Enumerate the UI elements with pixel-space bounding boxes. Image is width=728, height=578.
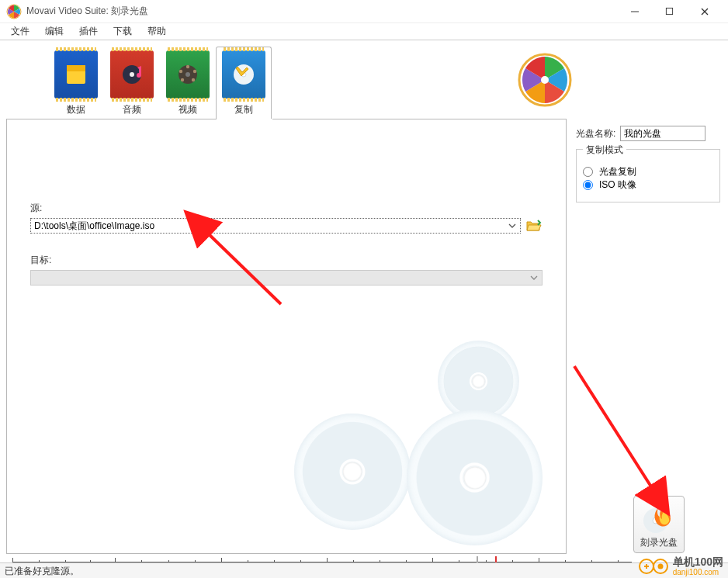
window-title: Movavi Video Suite: 刻录光盘 <box>26 5 617 18</box>
copy-mode-title: 复制模式 <box>583 144 626 157</box>
tab-data-label: 数据 <box>67 103 85 116</box>
svg-point-12 <box>193 70 196 73</box>
svg-point-19 <box>541 76 549 84</box>
svg-point-13 <box>192 78 195 81</box>
minimize-button[interactable] <box>617 1 652 22</box>
browse-button[interactable] <box>525 218 543 234</box>
svg-rect-2 <box>666 8 672 14</box>
tab-copy-label: 复制 <box>234 103 253 116</box>
radio-iso-label: ISO 映像 <box>599 178 636 192</box>
folder-open-icon <box>526 219 542 233</box>
status-text: 已准备好克隆源。 <box>5 566 79 576</box>
svg-point-8 <box>130 72 134 77</box>
svg-point-28 <box>657 563 663 569</box>
status-bar: 已准备好克隆源。 <box>0 562 728 578</box>
radio-iso-image[interactable]: ISO 映像 <box>583 176 713 194</box>
burn-disc-icon <box>642 500 676 535</box>
main-panel: 源: D:\tools\桌面\office\Image.iso <box>6 119 567 554</box>
disc-name-input[interactable] <box>620 126 705 141</box>
svg-point-11 <box>186 65 189 68</box>
window-controls <box>617 1 722 22</box>
menu-plugins[interactable]: 插件 <box>71 23 106 40</box>
burn-disc-button[interactable]: 刻录光盘 <box>633 496 685 553</box>
source-dropdown[interactable]: D:\tools\桌面\office\Image.iso <box>30 218 521 234</box>
maximize-button[interactable] <box>652 1 687 22</box>
menu-file[interactable]: 文件 <box>3 23 37 40</box>
video-rug-icon <box>166 50 210 99</box>
radio-disc-copy-label: 光盘复制 <box>599 165 636 178</box>
disc-decor-icon <box>407 410 543 545</box>
chevron-down-icon <box>508 221 517 230</box>
disc-decor-icon <box>294 414 411 530</box>
watermark-icon <box>639 558 670 575</box>
menu-bar: 文件 编辑 插件 下载 帮助 <box>0 23 728 40</box>
tab-audio-label: 音频 <box>123 103 141 116</box>
tab-video[interactable]: 视频 <box>160 47 216 119</box>
svg-point-10 <box>185 72 190 77</box>
data-rug-icon <box>54 50 98 99</box>
source-value: D:\tools\桌面\office\Image.iso <box>34 220 154 233</box>
app-icon <box>6 4 22 19</box>
chevron-down-icon <box>529 273 539 282</box>
title-bar: Movavi Video Suite: 刻录光盘 <box>0 0 728 23</box>
watermark-line2: danji100.com <box>673 568 723 576</box>
target-label: 目标: <box>30 254 543 267</box>
tab-data[interactable]: 数据 <box>48 47 104 119</box>
copy-rug-icon <box>222 50 265 99</box>
close-button[interactable] <box>687 1 722 22</box>
watermark-line1: 单机100网 <box>673 556 723 568</box>
audio-rug-icon <box>110 50 154 99</box>
target-dropdown[interactable] <box>30 270 543 286</box>
svg-point-14 <box>181 78 184 81</box>
tab-copy[interactable]: 复制 <box>216 47 272 119</box>
copy-mode-group: 复制模式 光盘复制 ISO 映像 <box>576 149 720 202</box>
menu-edit[interactable]: 编辑 <box>37 23 71 40</box>
svg-rect-6 <box>67 65 85 71</box>
menu-download[interactable]: 下载 <box>106 23 140 40</box>
svg-point-15 <box>179 70 182 73</box>
source-label: 源: <box>30 202 543 215</box>
watermark: 单机100网 danji100.com <box>639 556 723 576</box>
menu-help[interactable]: 帮助 <box>140 23 174 40</box>
tab-video-label: 视频 <box>179 103 197 116</box>
app-logo-icon <box>517 52 573 108</box>
toolbar: 数据 音频 视频 复制 <box>0 40 728 119</box>
side-panel: 光盘名称: 复制模式 光盘复制 ISO 映像 <box>573 119 728 554</box>
disc-name-label: 光盘名称: <box>576 127 615 140</box>
burn-label: 刻录光盘 <box>640 536 678 549</box>
tab-audio[interactable]: 音频 <box>104 47 160 119</box>
